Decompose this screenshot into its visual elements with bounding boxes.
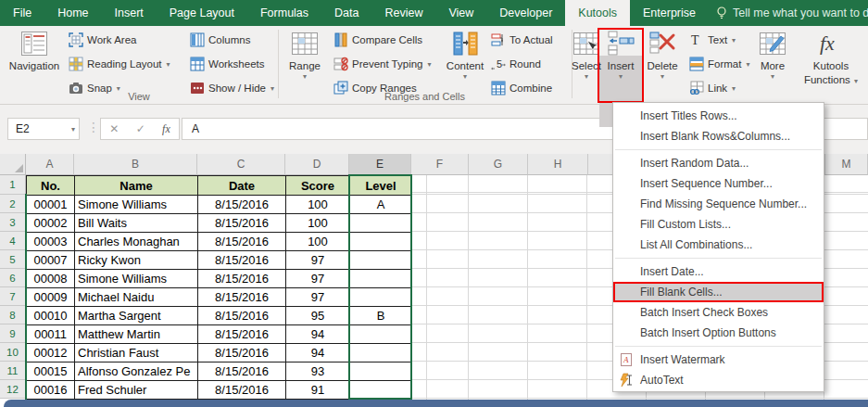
cell[interactable]: 91 [286, 381, 350, 400]
row-header-4[interactable]: 4 [0, 232, 26, 250]
cell[interactable]: 8/15/2016 [198, 288, 286, 307]
kutools-functions-button[interactable]: fx Kutools Functions ▾ [799, 30, 863, 102]
row-header-5[interactable]: 5 [0, 250, 26, 269]
header-score[interactable]: Score [286, 176, 350, 196]
columns-button[interactable]: Columns [190, 31, 250, 49]
cell[interactable]: Simone Williams [75, 196, 198, 214]
tab-review[interactable]: Review [371, 0, 435, 26]
cell[interactable]: 8/15/2016 [198, 270, 286, 288]
header-date[interactable]: Date [198, 176, 286, 196]
column-header-d[interactable]: D [285, 154, 349, 175]
row-header-3[interactable]: 3 [0, 213, 26, 232]
row-header-7[interactable]: 7 [0, 287, 26, 306]
tab-insert[interactable]: Insert [102, 0, 157, 26]
cell[interactable]: 100 [286, 233, 350, 251]
header-no[interactable]: No. [27, 176, 75, 196]
menu-item-insert-blank-rows-columns[interactable]: Insert Blank Rows&Columns... [613, 126, 824, 146]
column-header-b[interactable]: B [74, 154, 197, 175]
name-box[interactable]: E2 ▾ [7, 118, 80, 140]
cell[interactable]: 8/15/2016 [198, 251, 286, 270]
cell[interactable] [350, 270, 412, 288]
cell[interactable]: 95 [286, 307, 350, 325]
worksheets-button[interactable]: Worksheets [190, 55, 265, 73]
compare-cells-button[interactable]: Compare Cells [333, 31, 422, 49]
cell[interactable]: 94 [286, 344, 350, 362]
tell-me-box[interactable]: Tell me what you want to d [709, 0, 868, 26]
cell[interactable]: 8/15/2016 [198, 233, 286, 251]
row-header-9[interactable]: 9 [0, 324, 26, 343]
tab-developer[interactable]: Developer [486, 0, 565, 26]
row-header-11[interactable]: 11 [0, 362, 26, 380]
header-name[interactable]: Name [75, 176, 198, 196]
cell[interactable]: Simone Williams [75, 270, 198, 288]
cell[interactable]: 8/15/2016 [198, 196, 286, 214]
cell[interactable]: Charles Monaghan [75, 233, 198, 251]
cell[interactable] [350, 214, 412, 233]
select-button[interactable]: Select ▾ [572, 30, 600, 102]
tab-home[interactable]: Home [44, 0, 101, 26]
cell[interactable]: 97 [286, 251, 350, 270]
cell[interactable] [350, 362, 412, 381]
cell[interactable]: Fred Schuler [75, 381, 198, 400]
menu-item-fill-blank-cells[interactable]: Fill Blank Cells... [613, 282, 824, 302]
column-header-h[interactable]: H [528, 154, 588, 175]
menu-item-insert-titles-rows[interactable]: Insert Titles Rows... [613, 106, 824, 126]
cell[interactable]: 8/15/2016 [198, 307, 286, 325]
cell[interactable] [350, 344, 412, 362]
cell[interactable]: 100 [286, 214, 350, 233]
reading-layout-button[interactable]: Reading Layout ▾ [69, 55, 170, 73]
cell[interactable]: Matthew Martin [75, 325, 198, 344]
menu-item-insert-watermark[interactable]: A Insert Watermark [613, 350, 824, 370]
cell[interactable] [350, 251, 412, 270]
work-area-button[interactable]: Work Area [69, 31, 136, 49]
cell[interactable]: 8/15/2016 [198, 325, 286, 344]
menu-item-batch-insert-option-buttons[interactable]: Batch Insert Option Buttons [613, 323, 824, 343]
cell[interactable]: 00009 [27, 288, 75, 307]
column-header-f[interactable]: F [411, 154, 469, 175]
cell[interactable]: 00001 [27, 196, 75, 214]
cell[interactable]: 00007 [27, 251, 75, 270]
cell[interactable]: 8/15/2016 [198, 381, 286, 400]
tab-view[interactable]: View [435, 0, 486, 26]
cell[interactable]: Christian Faust [75, 344, 198, 362]
row-header-2[interactable]: 2 [0, 195, 26, 213]
link-button[interactable]: Link ▾ [689, 79, 736, 97]
cell[interactable]: 00010 [27, 307, 75, 325]
cell[interactable]: 00011 [27, 325, 75, 344]
round-button[interactable]: 5 Round [491, 55, 541, 73]
row-header-12[interactable]: 12 [0, 380, 26, 399]
cell[interactable]: 8/15/2016 [198, 362, 286, 381]
tab-page-layout[interactable]: Page Layout [157, 0, 247, 26]
cell[interactable]: 00002 [27, 214, 75, 233]
tab-enterprise[interactable]: Enterprise [630, 0, 709, 26]
cell[interactable]: Ricky Kwon [75, 251, 198, 270]
cancel-icon[interactable]: ✕ [109, 122, 119, 135]
cell[interactable]: Michael Naidu [75, 288, 198, 307]
active-cell-e2[interactable]: A [350, 196, 412, 214]
cell[interactable]: 00008 [27, 270, 75, 288]
row-header-1[interactable]: 1 [0, 175, 26, 195]
cell[interactable]: 94 [286, 325, 350, 344]
cell[interactable]: 93 [286, 362, 350, 381]
tab-formulas[interactable]: Formulas [247, 0, 321, 26]
cell[interactable]: 00016 [27, 381, 75, 400]
cell[interactable]: 00015 [27, 362, 75, 381]
prevent-typing-button[interactable]: Prevent Typing ▾ [333, 55, 432, 73]
column-header-a[interactable]: A [26, 154, 74, 175]
column-header-m[interactable]: M [825, 154, 868, 175]
cell[interactable] [350, 325, 412, 344]
menu-item-insert-sequence-number[interactable]: Insert Sequence Number... [613, 173, 824, 194]
cell[interactable]: 97 [286, 270, 350, 288]
menu-item-autotext[interactable]: AutoText [613, 370, 824, 390]
menu-item-insert-date[interactable]: Insert Date... [613, 261, 824, 282]
to-actual-button[interactable]: To Actual [491, 31, 553, 49]
menu-item-list-all-combinations[interactable]: List All Combinations... [613, 235, 824, 255]
insert-button[interactable]: Insert ▾ [600, 30, 641, 102]
column-header-e[interactable]: E [349, 154, 411, 175]
tab-kutools[interactable]: Kutools [565, 0, 630, 26]
chevron-down-icon[interactable]: ▾ [71, 125, 75, 134]
menu-item-find-missing-sequence-number[interactable]: Find Missing Sequence Number... [613, 194, 824, 214]
more-button[interactable]: More ▾ [752, 30, 793, 102]
column-header-c[interactable]: C [197, 154, 285, 175]
menu-item-insert-random-data[interactable]: Insert Random Data... [613, 153, 824, 173]
